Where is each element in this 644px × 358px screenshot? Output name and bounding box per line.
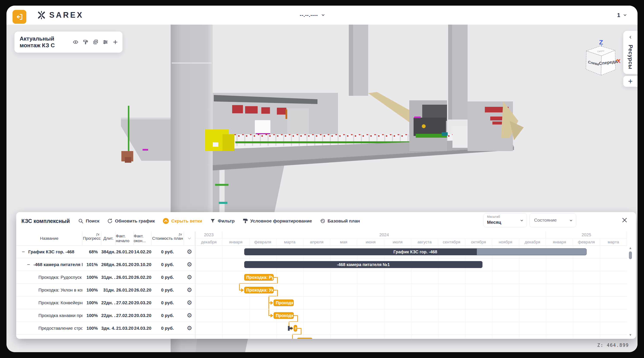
bar-label: Проходка: bbox=[274, 300, 293, 306]
gantt-task-bar[interactable] bbox=[297, 338, 312, 339]
task-progress: 100% bbox=[82, 288, 101, 293]
gantt-task-bar[interactable]: Проходка: Рудо bbox=[244, 274, 274, 281]
formula-icon: ƒx bbox=[96, 232, 99, 236]
row-settings-gear-icon[interactable]: ⚙ bbox=[184, 286, 195, 294]
plus-icon bbox=[112, 39, 118, 45]
month-gridline bbox=[519, 246, 520, 339]
task-progress: 100% bbox=[82, 275, 101, 280]
timeline-years: 202320242025 bbox=[196, 232, 627, 238]
month-label: мая bbox=[330, 239, 357, 245]
row-gridline bbox=[196, 322, 627, 322]
task-end: 24.03.20... bbox=[134, 326, 152, 331]
conditional-formatting-button[interactable]: Условное форматирование bbox=[242, 218, 312, 224]
add-view-button[interactable]: + bbox=[623, 76, 638, 87]
table-row[interactable]: Проходка: Конвейерный100%22дн. ...27.02.… bbox=[16, 297, 195, 309]
task-end: 20.03.20... bbox=[134, 313, 152, 318]
row-settings-gear-icon[interactable]: ⚙ bbox=[184, 261, 195, 268]
gantt-summary-bar[interactable]: График КЗС гор. -468 bbox=[244, 248, 586, 255]
plus-button[interactable] bbox=[112, 39, 118, 45]
collapse-toggle[interactable]: − bbox=[26, 262, 31, 268]
row-settings-gear-icon[interactable]: ⚙ bbox=[184, 274, 195, 281]
resources-tab[interactable]: ‹ Ресурсы bbox=[623, 31, 638, 74]
date-selector[interactable]: --.--.---- bbox=[300, 5, 325, 24]
scroll-up-icon[interactable]: ▲ bbox=[629, 246, 632, 250]
scrollbar-thumb[interactable] bbox=[629, 251, 632, 259]
table-row[interactable]: −График КЗС гор. -46868%384дн...26.01.20… bbox=[16, 246, 195, 258]
month-label: ноября bbox=[492, 239, 519, 245]
gantt-task-bar[interactable]: Проходка: bbox=[274, 300, 294, 306]
navigation-cube[interactable]: Z X Сверху Слева Спереди bbox=[581, 38, 621, 78]
row-gridline bbox=[196, 335, 627, 335]
scroll-down-icon[interactable]: ▼ bbox=[629, 333, 632, 337]
bar-label: График КЗС гор. -468 bbox=[244, 249, 586, 255]
chevron-up-circle-icon bbox=[162, 218, 169, 224]
paint-roller-button[interactable] bbox=[83, 39, 88, 45]
gantt-milestone-bar[interactable]: П bbox=[294, 325, 297, 332]
month-label: января bbox=[546, 239, 573, 245]
chevron-down-icon bbox=[623, 13, 627, 17]
baseline-label: Базовый план bbox=[328, 218, 360, 224]
refresh-button[interactable]: Обновить график bbox=[107, 218, 155, 224]
eye-button[interactable] bbox=[73, 39, 78, 45]
filter-button[interactable]: Фильтр bbox=[210, 218, 234, 224]
task-duration: 22дн. ... bbox=[101, 300, 116, 305]
month-label: сентября bbox=[438, 239, 465, 245]
close-icon bbox=[621, 217, 628, 223]
funnel-icon bbox=[210, 218, 216, 224]
row-settings-gear-icon[interactable]: ⚙ bbox=[184, 299, 195, 306]
month-gridline bbox=[304, 246, 304, 339]
search-icon bbox=[78, 218, 84, 224]
table-row[interactable]: Проходка: Рудоспуск отм100%31дн. ...26.0… bbox=[16, 271, 195, 284]
model-panel: Актуальный монтаж КЗ С bbox=[14, 31, 122, 53]
task-start: 27.02.20... bbox=[116, 313, 134, 318]
gantt-task-bar[interactable]: Проходка к bbox=[274, 312, 294, 319]
month-label: января bbox=[222, 239, 250, 245]
chevron-down-icon bbox=[520, 219, 524, 223]
gantt-task-bar[interactable]: Проходка: Укло bbox=[244, 287, 274, 293]
month-gridline bbox=[573, 246, 573, 339]
gantt-rows: График КЗС гор. -468-468 камера питателя… bbox=[196, 246, 627, 339]
baseline-button[interactable]: Базовый план bbox=[320, 218, 360, 224]
gantt-vertical-scrollbar[interactable]: ▲ ▼ bbox=[628, 246, 632, 337]
task-cost: 0 руб. bbox=[152, 249, 184, 254]
task-progress: 101% bbox=[82, 262, 101, 267]
task-start: 26.01.20... bbox=[116, 249, 134, 254]
viewpoint-count-selector[interactable]: 1 bbox=[617, 5, 627, 24]
search-button[interactable]: Поиск bbox=[78, 218, 99, 224]
format-roller-icon bbox=[242, 218, 248, 224]
row-settings-gear-icon[interactable]: ⚙ bbox=[184, 248, 195, 255]
state-select[interactable]: Состояние bbox=[530, 213, 576, 227]
scale-select[interactable]: Масштаб Месяц bbox=[483, 213, 527, 227]
gantt-chart: 202320242025 декабряянваряфевралямартаап… bbox=[196, 232, 627, 339]
year-label: 2024 bbox=[222, 232, 546, 238]
table-row[interactable] bbox=[16, 335, 195, 339]
link-arrow-icon bbox=[270, 301, 274, 305]
task-cost: 0 руб. bbox=[152, 262, 184, 267]
viewpoint-count-value: 1 bbox=[617, 12, 620, 18]
hide-branches-button[interactable]: Скрыть ветки bbox=[162, 218, 202, 224]
sliders-button[interactable] bbox=[102, 39, 108, 45]
table-row[interactable]: Проходка канавки просор100%22дн. ...27.0… bbox=[16, 309, 195, 322]
table-row[interactable]: Предоставление стройго100%3дн. 4...21.03… bbox=[16, 322, 195, 335]
scale-select-value: Месяц bbox=[487, 220, 501, 225]
task-cost: 0 руб. bbox=[152, 275, 184, 280]
bar-label: Проходка к bbox=[274, 313, 293, 318]
exit-button[interactable] bbox=[12, 10, 26, 24]
table-row[interactable]: −-468 камера питателя №1101%268дн...26.0… bbox=[16, 258, 195, 271]
gantt-summary-bar[interactable]: -468 камера питателя №1 bbox=[244, 261, 483, 268]
table-row[interactable]: Проходка: Уклон в компл100%31дн.26.01.20… bbox=[16, 284, 195, 297]
duplicate-plus-button[interactable] bbox=[93, 39, 98, 45]
row-gridline bbox=[196, 271, 627, 271]
row-settings-gear-icon[interactable]: ⚙ bbox=[184, 325, 195, 332]
scale-select-label: Масштаб bbox=[487, 215, 500, 218]
close-gantt-button[interactable] bbox=[621, 217, 628, 224]
month-gridline bbox=[330, 246, 330, 339]
collapse-toggle[interactable]: − bbox=[20, 249, 26, 255]
task-start: 21.03.20... bbox=[116, 326, 134, 331]
bar-label: Проходка: Укло bbox=[245, 287, 273, 293]
task-name: Проходка канавки просор bbox=[38, 313, 82, 318]
row-settings-gear-icon[interactable]: ⚙ bbox=[184, 312, 195, 319]
chevron-down-icon bbox=[187, 236, 192, 241]
column-header-стоимость-план: Стоимость планƒx bbox=[152, 232, 184, 245]
column-header-menu[interactable] bbox=[184, 232, 195, 245]
